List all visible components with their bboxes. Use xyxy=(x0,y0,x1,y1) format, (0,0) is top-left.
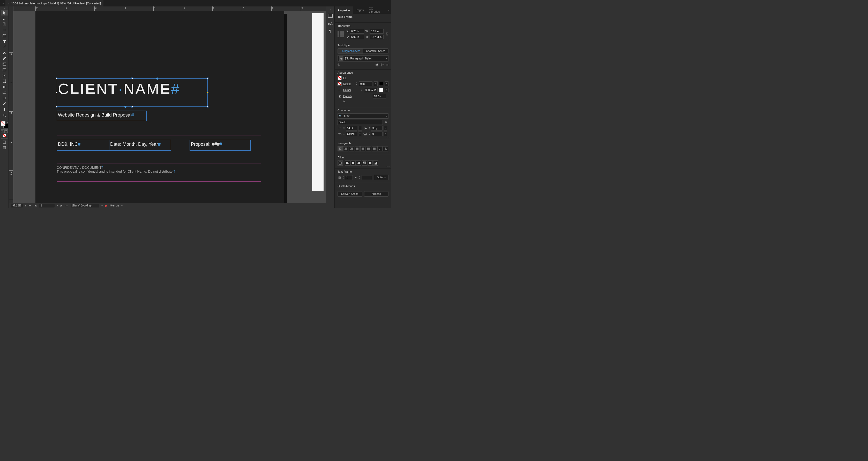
tab-cc-libraries[interactable]: CC Libraries xyxy=(366,6,386,14)
date-text[interactable]: Date: Month, Day, Year# xyxy=(109,140,171,149)
font-style-dropdown[interactable]: Black ▾ xyxy=(338,120,383,125)
align-more-icon[interactable]: ••• xyxy=(386,165,390,168)
pencil-tool[interactable] xyxy=(1,56,8,61)
tab-pages[interactable]: Pages xyxy=(353,6,366,14)
opacity-label[interactable]: Opacity xyxy=(343,95,352,98)
vertical-ruler[interactable]: 6 7 8 9 10 11 xyxy=(9,11,13,203)
align-top-edges-button[interactable] xyxy=(362,161,367,166)
x-input[interactable] xyxy=(350,29,364,34)
canvas[interactable]: CLIENT·NAME# Website Redesign & Build Pr… xyxy=(13,11,326,208)
type-tool[interactable] xyxy=(1,39,8,44)
leading-input[interactable] xyxy=(371,126,382,131)
tracking-input[interactable] xyxy=(371,132,382,136)
align-left-button[interactable] xyxy=(338,146,343,152)
font-size-input[interactable] xyxy=(346,126,357,131)
convert-shape-button[interactable]: Convert Shape xyxy=(338,191,362,197)
w-input[interactable] xyxy=(370,29,383,34)
paragraph-more-icon[interactable]: ••• xyxy=(386,151,390,154)
horizontal-ruler[interactable]: 0 1 2 3 4 5 6 7 8 9 xyxy=(13,6,326,11)
zoom-tool[interactable] xyxy=(1,113,8,118)
divider-rule[interactable] xyxy=(57,135,261,135)
company-text-frame[interactable]: DD9, INC# xyxy=(57,140,110,151)
content-collector-tool[interactable] xyxy=(1,33,8,38)
find-similar-icon[interactable]: ≋ xyxy=(384,120,389,124)
corner-shape-swatch[interactable] xyxy=(379,88,383,92)
align-right-edges-button[interactable] xyxy=(356,161,361,166)
title-text[interactable]: CLIENT·NAME# xyxy=(57,78,208,99)
document-tab[interactable]: × *DD9-bid-template-mockups-2.indd @ 97%… xyxy=(5,0,103,6)
fill-label[interactable]: Fill xyxy=(343,76,347,79)
line-tool[interactable] xyxy=(1,44,8,50)
next-page-button[interactable]: ▶ xyxy=(60,204,63,207)
collapse-icon[interactable]: ›› xyxy=(4,7,5,10)
kerning-input[interactable] xyxy=(346,132,357,136)
align-bottom-edges-button[interactable] xyxy=(373,161,378,166)
constrain-proportions-icon[interactable]: ⛓ xyxy=(385,32,389,36)
align-center-button[interactable] xyxy=(343,146,348,152)
align-left-edges-button[interactable] xyxy=(345,161,350,166)
confidential-body[interactable]: This proposal is confidential and is int… xyxy=(57,169,200,173)
gradient-feather-tool[interactable] xyxy=(1,90,8,95)
date-text-frame[interactable]: Date: Month, Day, Year# xyxy=(109,140,171,151)
transform-more-icon[interactable]: ••• xyxy=(386,38,390,41)
confidential-text-frame[interactable]: CONFIDENTIAL DOCUMENT¶ This proposal is … xyxy=(57,166,200,176)
apply-color-row[interactable] xyxy=(3,134,6,137)
tab-properties[interactable]: Properties xyxy=(335,6,353,14)
corner-label[interactable]: Corner xyxy=(343,89,351,92)
stroke-weight-dd[interactable]: ▾ xyxy=(374,81,378,86)
rectangle-tool[interactable] xyxy=(1,67,8,72)
align-vcenter-button[interactable] xyxy=(368,161,373,166)
last-page-button[interactable]: ⏭ xyxy=(65,204,69,207)
page-tool[interactable] xyxy=(1,22,8,27)
fill-stroke-swatch[interactable]: ⤡ xyxy=(1,121,8,128)
scissors-tool[interactable] xyxy=(1,73,8,78)
character-panel-icon[interactable]: cA xyxy=(328,21,333,26)
free-transform-tool[interactable] xyxy=(1,78,8,84)
corner-radius-input[interactable] xyxy=(364,88,378,92)
collapse-panel-icon[interactable]: ›› xyxy=(387,6,391,14)
confidential-heading[interactable]: CONFIDENTIAL DOCUMENT¶ xyxy=(57,166,200,169)
y-input[interactable] xyxy=(350,35,364,39)
arrange-button[interactable]: Arrange xyxy=(364,191,389,197)
prev-page-button[interactable]: ◀ xyxy=(34,204,37,207)
swap-icon[interactable]: ⤡ xyxy=(6,121,8,124)
character-more-icon[interactable]: ••• xyxy=(386,136,390,139)
paragraph-styles-tab[interactable]: Paragraph Styles xyxy=(338,48,363,54)
page-select[interactable]: 1 xyxy=(39,204,55,207)
justify-right-button[interactable] xyxy=(366,146,371,152)
h-input[interactable] xyxy=(370,35,383,39)
first-page-button[interactable]: ⏮ xyxy=(28,204,32,207)
view-mode-preview[interactable] xyxy=(1,145,8,151)
justify-left-button[interactable] xyxy=(354,146,360,152)
corner-shape-dd[interactable]: ▾ xyxy=(385,88,389,92)
eyedropper-tool[interactable] xyxy=(1,101,8,106)
document-page[interactable]: CLIENT·NAME# Website Redesign & Build Pr… xyxy=(35,11,284,203)
align-towards-spine-button[interactable] xyxy=(377,146,382,152)
pen-tool[interactable] xyxy=(1,50,8,55)
character-styles-tab[interactable]: Character Styles xyxy=(363,48,389,54)
thread-out-port[interactable] xyxy=(124,106,126,108)
expand-panels-icon[interactable]: ‹‹ xyxy=(330,8,331,11)
zoom-select[interactable]: 97.12% xyxy=(11,204,23,207)
rectangle-frame-tool[interactable] xyxy=(1,62,8,67)
clear-overrides-icon[interactable]: ¶⁺ xyxy=(381,63,384,67)
reference-point[interactable] xyxy=(338,31,344,37)
stroke-label[interactable]: Stroke xyxy=(343,83,351,85)
title-text-frame[interactable]: CLIENT·NAME# xyxy=(57,78,208,107)
expand-left-icon[interactable]: ›› xyxy=(1,2,5,4)
opacity-input[interactable] xyxy=(373,94,386,98)
align-area-button[interactable] xyxy=(338,161,343,166)
paragraph-panel-icon[interactable]: ¶ xyxy=(328,28,333,34)
apply-style-icon[interactable]: ⇥¶ xyxy=(374,63,378,67)
fill-swatch[interactable] xyxy=(338,76,342,80)
cc-libraries-icon[interactable] xyxy=(328,13,333,19)
format-container-text[interactable]: □ T xyxy=(1,129,8,133)
fx-label[interactable]: fx. xyxy=(343,100,346,103)
stroke-style-swatch[interactable] xyxy=(379,81,383,86)
subtitle-text[interactable]: Website Redesign & Build Proposal# xyxy=(57,111,146,120)
justify-center-button[interactable] xyxy=(360,146,366,152)
view-mode-normal[interactable] xyxy=(1,139,8,145)
gradient-swatch-tool[interactable] xyxy=(1,84,8,90)
hand-tool[interactable] xyxy=(1,107,8,112)
company-text[interactable]: DD9, INC# xyxy=(57,140,109,149)
